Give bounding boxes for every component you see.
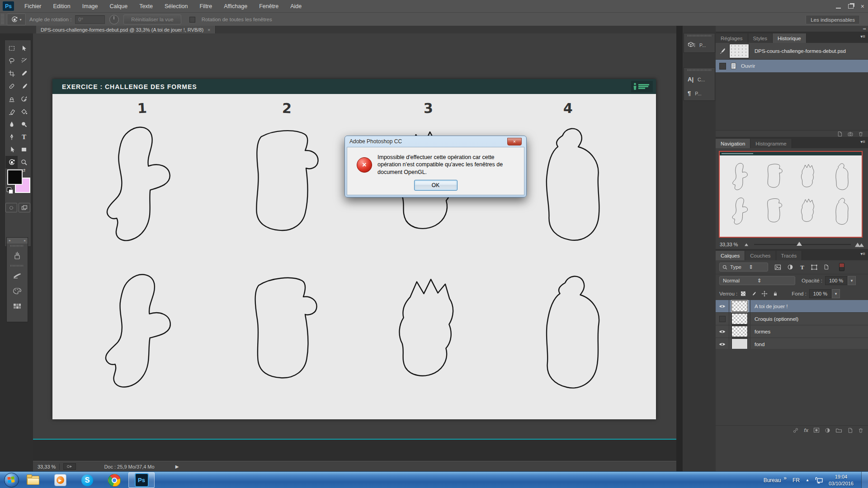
- taskbar-skype[interactable]: S: [74, 472, 100, 488]
- rect-marquee-tool[interactable]: [5, 42, 18, 55]
- taskbar-media-player[interactable]: ▶: [47, 472, 73, 488]
- character-panel-button[interactable]: A| C...: [684, 72, 715, 86]
- history-state-row[interactable]: Ouvrir: [716, 60, 868, 72]
- restore-icon[interactable]: [848, 4, 854, 9]
- tab-navigation[interactable]: Navigation: [716, 139, 750, 148]
- angle-dial[interactable]: [109, 15, 119, 24]
- tab-historique[interactable]: Historique: [773, 33, 807, 43]
- filter-toggle-switch[interactable]: [839, 263, 844, 271]
- path-selection-tool[interactable]: [5, 143, 18, 156]
- menu-calque[interactable]: Calque: [104, 0, 134, 12]
- smart-object-filter-icon[interactable]: [823, 264, 829, 270]
- panel-menu-icon[interactable]: ▾≡: [860, 251, 865, 256]
- ok-button[interactable]: OK: [414, 180, 458, 191]
- fill-value[interactable]: 100 %: [809, 289, 831, 298]
- language-indicator[interactable]: FR: [793, 477, 800, 483]
- default-colors-icon[interactable]: [7, 188, 13, 193]
- expand-panel-icon[interactable]: »: [9, 239, 10, 243]
- tab-couches[interactable]: Couches: [745, 251, 776, 260]
- desktop-toolbar-label[interactable]: Bureau: [764, 477, 781, 483]
- toolbar-chevron-icon[interactable]: »: [783, 475, 787, 481]
- current-tool-icon[interactable]: ▾: [7, 14, 26, 25]
- visibility-toggle[interactable]: [716, 313, 729, 325]
- layer-thumbnail[interactable]: [729, 338, 750, 350]
- visibility-toggle[interactable]: [716, 325, 729, 338]
- pixel-filter-icon[interactable]: [774, 264, 781, 270]
- paint-bucket-tool[interactable]: [18, 105, 30, 118]
- history-source-checkbox[interactable]: [719, 63, 726, 70]
- status-preview-icon[interactable]: [63, 463, 76, 470]
- new-layer-icon[interactable]: [847, 427, 853, 433]
- dialog-close-button[interactable]: ×: [507, 138, 522, 145]
- document-canvas[interactable]: EXERCICE : CHALLENGE DES FORMES 1: [52, 79, 656, 419]
- add-mask-icon[interactable]: [813, 427, 820, 433]
- tab-styles[interactable]: Styles: [748, 33, 773, 43]
- taskbar-explorer[interactable]: [20, 472, 46, 488]
- panel-menu-icon[interactable]: ▾≡: [860, 139, 865, 144]
- rotate-view-tool[interactable]: [5, 156, 18, 169]
- quick-mask-button[interactable]: [5, 203, 17, 212]
- show-hidden-icons[interactable]: ▲: [806, 478, 809, 482]
- palette-icon[interactable]: [7, 283, 28, 299]
- tab-close-icon[interactable]: ×: [208, 27, 210, 33]
- delete-state-icon[interactable]: [858, 131, 863, 137]
- tab-traces[interactable]: Tracés: [776, 251, 802, 260]
- layer-thumbnail[interactable]: [729, 313, 750, 325]
- lock-pixels-icon[interactable]: [750, 291, 756, 297]
- properties-panel-button[interactable]: P...: [684, 38, 715, 52]
- zoom-in-icon[interactable]: [854, 242, 864, 247]
- zoom-tool[interactable]: [18, 156, 30, 169]
- canvas-pasteboard[interactable]: EXERCICE : CHALLENGE DES FORMES 1: [33, 33, 676, 439]
- status-menu-arrow-icon[interactable]: ▶: [175, 464, 179, 469]
- history-source-icon[interactable]: [716, 47, 729, 55]
- opacity-value[interactable]: 100 %: [825, 276, 847, 285]
- minimize-icon[interactable]: [836, 8, 841, 9]
- adjustment-filter-icon[interactable]: [787, 264, 793, 270]
- menu-fenetre[interactable]: Fenêtre: [253, 0, 284, 12]
- network-icon[interactable]: [815, 477, 823, 483]
- lock-transparency-icon[interactable]: [741, 291, 745, 296]
- navigator-proxy-preview[interactable]: [719, 151, 863, 238]
- tab-histogramme[interactable]: Histogramme: [750, 139, 792, 148]
- visibility-toggle[interactable]: [716, 338, 729, 350]
- layer-thumbnail[interactable]: [729, 300, 750, 312]
- lasso-tool[interactable]: [5, 55, 18, 67]
- spot-healing-tool[interactable]: [5, 80, 18, 93]
- blur-tool[interactable]: [5, 118, 18, 131]
- layer-filter-dropdown[interactable]: Type ⇕: [719, 263, 768, 272]
- reset-view-button[interactable]: Réinitialiser la vue: [123, 14, 181, 24]
- close-icon[interactable]: ×: [861, 3, 864, 9]
- slider-thumb[interactable]: [797, 242, 802, 246]
- visibility-toggle[interactable]: [716, 300, 729, 312]
- paragraph-panel-button[interactable]: ¶ P...: [684, 86, 715, 100]
- dialog-titlebar[interactable]: Adobe Photoshop CC: [347, 136, 524, 147]
- tab-reglages[interactable]: Réglages: [716, 33, 748, 43]
- close-panel-icon[interactable]: ×: [24, 239, 26, 243]
- menu-aide[interactable]: Aide: [284, 0, 307, 12]
- blend-mode-dropdown[interactable]: Normal ⇕: [719, 276, 795, 285]
- taskbar-chrome[interactable]: [101, 472, 127, 488]
- tool-presets-icon[interactable]: [7, 268, 28, 283]
- link-layers-icon[interactable]: [793, 427, 799, 433]
- panel-grip[interactable]: [688, 35, 711, 37]
- delete-layer-icon[interactable]: [858, 427, 863, 433]
- menu-selection[interactable]: Sélection: [159, 0, 193, 12]
- swatches-grid-icon[interactable]: [7, 299, 28, 314]
- type-filter-icon[interactable]: T: [799, 264, 805, 270]
- rotate-all-checkbox[interactable]: [189, 17, 195, 23]
- panel-grip[interactable]: [688, 69, 711, 71]
- adjustment-layer-icon[interactable]: [825, 427, 830, 433]
- brush-presets-icon[interactable]: [7, 248, 28, 263]
- new-doc-from-state-icon[interactable]: [837, 131, 843, 137]
- collapse-dock-icon[interactable]: ◂◂: [863, 27, 865, 31]
- crop-tool[interactable]: [5, 67, 18, 80]
- panel-grip[interactable]: [10, 265, 24, 267]
- document-tab[interactable]: DPS-cours-challenge-formes-debut.psd @ 3…: [36, 26, 216, 33]
- history-brush-tool[interactable]: [18, 93, 30, 105]
- navigator-zoom-slider[interactable]: [754, 244, 851, 245]
- tab-calques[interactable]: Calques: [716, 251, 745, 260]
- menu-fichier[interactable]: Fichier: [19, 0, 47, 12]
- layer-style-icon[interactable]: fx: [804, 427, 808, 433]
- menu-affichage[interactable]: Affichage: [218, 0, 253, 12]
- angle-input[interactable]: 0°: [75, 15, 105, 24]
